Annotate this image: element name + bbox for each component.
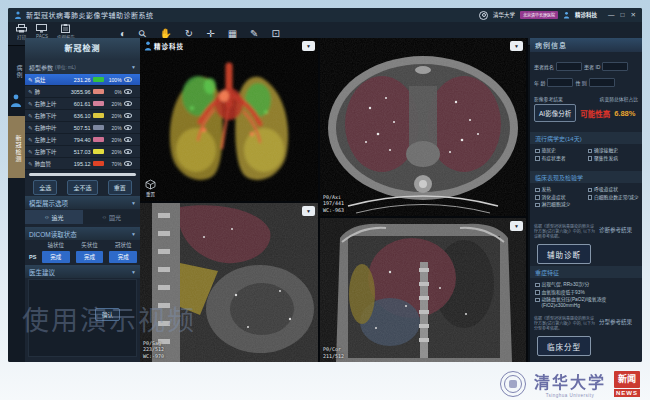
eye-icon[interactable]: [124, 137, 132, 142]
checkbox-confirmed-contact[interactable]: 确诊接触史: [588, 148, 640, 154]
age-input[interactable]: [547, 78, 573, 87]
company-name: 精诊科技: [575, 11, 597, 19]
structure-row[interactable]: ✎ 肺 3055.96 0%: [25, 86, 140, 98]
viewport-menu-button[interactable]: ▼: [302, 41, 315, 51]
coronal-ct-image: [320, 218, 526, 362]
checkbox-cluster-onset[interactable]: 聚集性发病: [588, 156, 640, 162]
checkbox-icon[interactable]: [588, 156, 593, 161]
structure-row[interactable]: ✎ 右肺中叶 507.51 20%: [25, 122, 140, 134]
reset-button[interactable]: 重置: [108, 180, 132, 195]
minimize-button[interactable]: —: [608, 8, 615, 22]
confirm-button[interactable]: 确认: [95, 308, 120, 321]
viewport-sagittal[interactable]: ▼ P0/Sag223/512WC:-970: [140, 203, 318, 362]
color-swatch[interactable]: [93, 125, 104, 130]
sex-input[interactable]: [589, 78, 615, 87]
mesh-icon: ✎: [28, 77, 33, 83]
left-tab-strip: 病例 新冠检测: [8, 46, 25, 362]
tab-case[interactable]: 病例: [8, 58, 25, 86]
color-swatch[interactable]: [93, 101, 104, 106]
checkbox-wbc[interactable]: 白细胞总数正常/减少: [588, 195, 640, 201]
viewport-menu-button[interactable]: ▼: [302, 206, 315, 216]
checkbox-icon[interactable]: [535, 283, 540, 288]
doctor-advice-header[interactable]: 医生建议 ▼: [25, 265, 140, 278]
severe-features-header: 重症特征: [530, 266, 642, 278]
eye-icon[interactable]: [124, 113, 132, 118]
clinical-header: 临床表现及检验学: [530, 171, 642, 183]
checkbox-travel-history[interactable]: 旅居史: [535, 148, 587, 154]
eye-icon[interactable]: [124, 161, 132, 166]
checkbox-icon[interactable]: [535, 290, 540, 295]
checkbox-symptomatic-patient[interactable]: 有症状患者: [535, 156, 587, 162]
ai-analysis-button[interactable]: AI影像分析: [534, 104, 576, 122]
checkbox-rr30[interactable]: 出现气促, RR≥30次/分: [535, 282, 639, 288]
select-all-button[interactable]: 全选: [33, 180, 57, 195]
maximize-button[interactable]: □: [621, 8, 625, 22]
viewport-menu-button[interactable]: ▼: [510, 221, 523, 231]
checkbox-fever[interactable]: 发热: [535, 187, 587, 193]
checkbox-icon[interactable]: [588, 149, 593, 154]
eye-icon[interactable]: [124, 89, 132, 94]
checkbox-spo2[interactable]: 血氧饱和度低于93%: [535, 290, 639, 296]
doctor-advice-input[interactable]: [28, 279, 137, 357]
mesh-icon: ✎: [28, 137, 33, 143]
ai-result-value: 可能性高: [580, 108, 610, 119]
dicom-status-header[interactable]: DICOM读取状态 ▼: [25, 227, 140, 240]
color-swatch[interactable]: [93, 113, 104, 118]
checkbox-icon[interactable]: [535, 195, 540, 200]
tab-patient-icon[interactable]: [10, 94, 22, 108]
app-window: 新型冠状病毒肺炎影像学辅助诊断系统 清华大学 北京清华长庚医院 精诊科技 — □…: [8, 8, 642, 362]
checkbox-icon[interactable]: [535, 188, 540, 193]
reset-view-button[interactable]: 重置: [145, 179, 156, 197]
tab-covid-detect[interactable]: 新冠检测: [8, 116, 25, 178]
model-params-dropdown[interactable]: 模型参数 (单位: mL) ▼: [25, 60, 140, 74]
eye-icon[interactable]: [124, 125, 132, 130]
checkbox-digestive[interactable]: 消化道症状: [535, 195, 587, 201]
patient-id-input[interactable]: [602, 62, 628, 71]
clinical-typing-button[interactable]: 临床分型: [537, 336, 591, 356]
color-swatch[interactable]: [93, 77, 104, 82]
checkbox-icon[interactable]: [588, 188, 593, 193]
patient-name-input[interactable]: [556, 62, 582, 71]
viewport-axial[interactable]: ▼ P0/Axi197/441WC:-963: [320, 38, 526, 216]
checkbox-icon[interactable]: [535, 149, 540, 154]
structure-row[interactable]: ✎ 病灶 231.26 100%: [25, 74, 140, 86]
eye-icon[interactable]: [124, 149, 132, 154]
image-ref-result-label: 影像参考结果: [534, 95, 563, 102]
epidemiology-header: 流行病学史(14天): [530, 132, 642, 144]
display-options-header[interactable]: 模型展示选项 ▼: [25, 196, 140, 209]
checkbox-icon[interactable]: [535, 203, 540, 208]
viewport-3d[interactable]: 精诊科技 ▼ 重置: [140, 38, 318, 201]
checkbox-respiratory[interactable]: 呼吸道症状: [588, 187, 640, 193]
structure-row[interactable]: ✎ 肺血管 195.12 70%: [25, 158, 140, 170]
lesion-ratio-label: 病变肺总体积占比: [600, 95, 638, 102]
checkbox-icon[interactable]: [535, 156, 540, 161]
light-follow-tab[interactable]: ☼ 追光: [25, 210, 83, 224]
structure-row[interactable]: ✎ 左肺上叶 794.40 20%: [25, 134, 140, 146]
assist-diagnosis-button[interactable]: 辅助诊断: [537, 244, 591, 264]
light-fixed-tab[interactable]: ☼ 固光: [83, 210, 141, 224]
select-none-button[interactable]: 全不选: [67, 180, 97, 195]
checkbox-icon[interactable]: [588, 195, 593, 200]
color-swatch[interactable]: [93, 161, 104, 166]
checkbox-pao2-fio2[interactable]: 动脉血氧分压(PaO2)/吸氧浓度(FiO2)≤300mmHg: [535, 297, 639, 308]
checkbox-icon[interactable]: [535, 298, 540, 303]
app-title: 新型冠状病毒肺炎影像学辅助诊断系统: [26, 10, 154, 20]
color-swatch[interactable]: [93, 137, 104, 142]
eye-icon[interactable]: [124, 77, 132, 82]
right-panel: 病例信息 患者姓名 患者 ID 年 龄 性 别 影像参考结果 病变肺总体积占比 …: [530, 38, 642, 362]
status-badge: 完成: [76, 251, 104, 263]
color-swatch[interactable]: [93, 149, 104, 154]
mesh-icon: ✎: [28, 89, 33, 95]
structure-row[interactable]: ✎ 左肺下叶 517.03 20%: [25, 146, 140, 158]
diagnosis-result-label: 诊断参考结果: [599, 226, 632, 239]
color-swatch[interactable]: [93, 89, 104, 94]
close-button[interactable]: ✕: [631, 8, 636, 22]
checkbox-lymphocyte[interactable]: 淋巴细胞减少: [535, 202, 587, 208]
structure-row[interactable]: ✎ 右肺上叶 601.61 20%: [25, 98, 140, 110]
eye-icon[interactable]: [124, 101, 132, 106]
opacity-slider[interactable]: [29, 173, 136, 176]
sagittal-ct-image: [140, 203, 318, 362]
viewport-coronal[interactable]: ▼ P0/Cor211/512: [320, 218, 526, 362]
structure-row[interactable]: ✎ 右肺下叶 636.10 20%: [25, 110, 140, 122]
viewport-menu-button[interactable]: ▼: [510, 41, 523, 51]
